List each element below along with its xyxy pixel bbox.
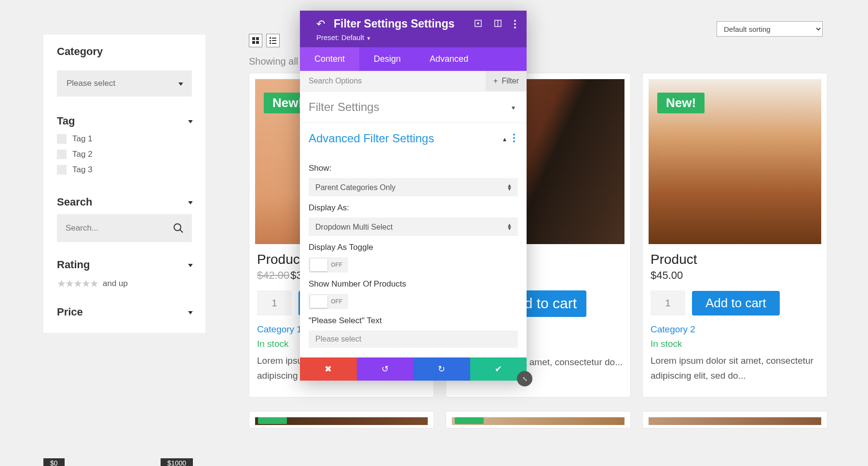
tab-content[interactable]: Content: [300, 47, 359, 71]
chevron-down-icon: [188, 198, 193, 206]
cancel-button[interactable]: ✖: [300, 357, 357, 381]
checkbox[interactable]: [57, 165, 67, 175]
toggle-state: OFF: [329, 261, 342, 268]
chevron-up-icon: [503, 134, 506, 144]
tag-list: Tag 1 Tag 2 Tag 3: [57, 131, 192, 178]
category-title: Category: [57, 35, 192, 67]
modal-body: Search Options +Filter Filter Settings A…: [300, 71, 527, 357]
product-image: New!: [649, 79, 821, 244]
advanced-fields: Show: Parent Categories Only ▲▼ Display …: [300, 154, 527, 357]
tag-label: Tag 1: [72, 134, 93, 144]
search-options-label[interactable]: Search Options: [309, 71, 362, 91]
list-view-button[interactable]: [266, 34, 280, 47]
grid-view-button[interactable]: [249, 34, 262, 47]
search-options-row: Search Options +Filter: [300, 71, 527, 92]
stock-status: In stock: [649, 335, 821, 349]
tab-design[interactable]: Design: [359, 47, 415, 71]
plus-icon: +: [493, 77, 498, 85]
sort-select[interactable]: Default sorting: [717, 21, 823, 37]
product-title[interactable]: Product: [649, 244, 821, 269]
svg-point-0: [174, 224, 181, 231]
kebab-icon[interactable]: [514, 20, 516, 28]
tag-label: Tag 2: [72, 150, 93, 159]
product-card: [249, 411, 434, 428]
preset-text: Preset: Default: [316, 33, 364, 41]
modal-header: ↶ Filter Settings Settings Preset: Defau…: [300, 11, 527, 47]
search-box: [57, 214, 192, 242]
tab-advanced[interactable]: Advanced: [415, 47, 483, 71]
display-as-toggle[interactable]: OFF: [309, 257, 348, 273]
svg-point-3: [477, 23, 479, 24]
tag-title: Tag: [57, 115, 75, 127]
product-desc: Lorem ipsum dolor sit amet, consectetur …: [649, 349, 821, 384]
add-to-cart-button[interactable]: Add to cart: [692, 291, 780, 315]
toggle-state: OFF: [329, 298, 342, 305]
undo-button[interactable]: ↺: [357, 357, 414, 381]
price-max-handle[interactable]: $1000: [161, 458, 193, 466]
filter-settings-section[interactable]: Filter Settings: [300, 92, 527, 123]
chevron-down-icon: [188, 261, 193, 269]
advanced-filter-section[interactable]: Advanced Filter Settings: [300, 123, 527, 154]
product-price: $45.00: [649, 269, 821, 282]
add-filter-button[interactable]: +Filter: [486, 71, 527, 91]
chevron-down-icon: [188, 308, 193, 316]
settings-modal: ↶ Filter Settings Settings Preset: Defau…: [300, 11, 527, 381]
product-category[interactable]: Category 2: [649, 315, 821, 335]
product-card: New! Product $45.00 Add to cart Category…: [642, 73, 827, 397]
display-as-select[interactable]: Dropdown Multi Select: [309, 218, 518, 236]
price-min-handle[interactable]: $0: [43, 458, 65, 466]
modal-tabs: Content Design Advanced: [300, 47, 527, 71]
chevron-down-icon: [178, 80, 183, 87]
columns-icon[interactable]: [494, 20, 502, 28]
tag-item[interactable]: Tag 1: [57, 131, 192, 147]
tag-item[interactable]: Tag 2: [57, 147, 192, 162]
qty-input[interactable]: [257, 290, 292, 315]
expand-icon[interactable]: [475, 20, 482, 28]
rating-title: Rating: [57, 259, 90, 271]
new-badge: [455, 417, 484, 424]
rating-row[interactable]: ★★★★★ and up: [57, 278, 192, 289]
preset-label[interactable]: Preset: Default ▼: [316, 33, 516, 41]
add-filter-label: Filter: [502, 77, 519, 85]
rating-suffix: and up: [103, 279, 128, 288]
modal-title: Filter Settings Settings: [334, 17, 466, 30]
old-price: $42.00: [257, 269, 289, 281]
toggle-handle: [310, 259, 327, 271]
search-icon[interactable]: [173, 222, 184, 234]
checkbox[interactable]: [57, 134, 67, 144]
search-input[interactable]: [66, 223, 173, 233]
star-icon: ★★★★★: [57, 278, 98, 289]
search-title: Search: [57, 196, 92, 208]
kebab-icon[interactable]: [513, 134, 515, 144]
show-number-toggle[interactable]: OFF: [309, 294, 348, 309]
filters-sidebar: Category Please select Tag Tag 1 Tag 2 T…: [43, 35, 205, 333]
chevron-down-icon: [512, 102, 515, 112]
show-select[interactable]: Parent Categories Only: [309, 178, 518, 196]
search-header[interactable]: Search: [57, 196, 192, 208]
rating-header[interactable]: Rating: [57, 259, 192, 271]
tag-item[interactable]: Tag 3: [57, 162, 192, 178]
list-icon: [270, 37, 276, 44]
back-icon[interactable]: ↶: [316, 18, 325, 30]
modal-footer: ✖ ↺ ↻ ✔: [300, 357, 527, 381]
svg-line-1: [180, 230, 183, 233]
price-title: Price: [57, 306, 83, 318]
qty-input[interactable]: [651, 290, 685, 315]
display-toggle-label: Display As Toggle: [309, 243, 518, 252]
please-select-label: "Please Select" Text: [309, 316, 518, 326]
resize-handle[interactable]: ⤡: [517, 371, 532, 386]
toggle-handle: [310, 295, 327, 308]
show-number-label: Show Number Of Products: [309, 279, 518, 289]
category-select[interactable]: Please select: [57, 70, 192, 96]
redo-button[interactable]: ↻: [413, 357, 470, 381]
price-header[interactable]: Price: [57, 306, 192, 318]
tag-header[interactable]: Tag: [57, 115, 192, 127]
tag-label: Tag 3: [72, 165, 93, 175]
product-grid-row2: [249, 411, 827, 428]
checkbox[interactable]: [57, 150, 67, 159]
section-title: Advanced Filter Settings: [309, 132, 434, 145]
price: $45.00: [651, 269, 683, 281]
please-select-input[interactable]: [309, 330, 518, 348]
product-card: [642, 411, 827, 428]
product-card: [446, 411, 631, 428]
